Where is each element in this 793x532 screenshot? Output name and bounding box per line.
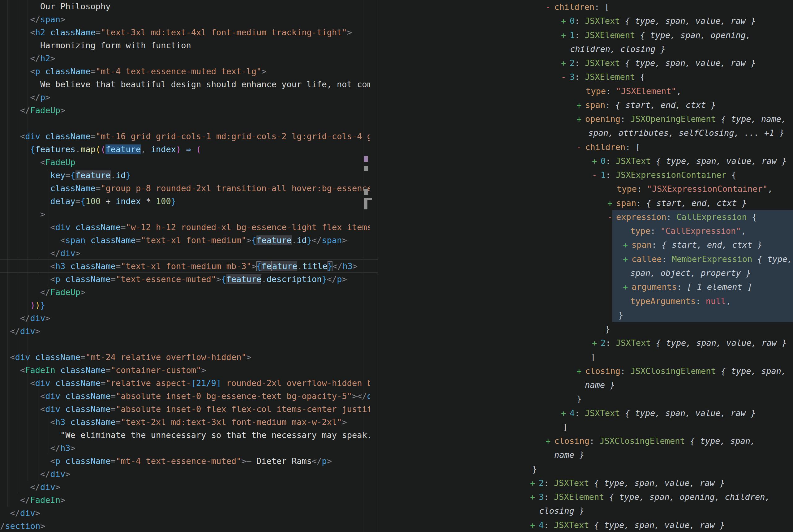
code-line[interactable]: <FadeIn className="container-custom"> [0,364,206,377]
ast-node-row[interactable]: +arguments: [ 1 element ] [379,280,752,294]
ast-node-row[interactable]: type: "CallExpression", [379,224,746,238]
ast-node-row[interactable]: span, object, property } [379,266,751,280]
code-line[interactable]: </FadeIn> [0,494,65,507]
code-line[interactable]: </h3> [0,442,75,455]
code-line[interactable]: <div className="relative aspect-[21/9] r… [0,377,370,390]
ast-node-row[interactable]: +3: JSXElement { type, span, opening, ch… [379,490,770,504]
ast-node-row[interactable]: +1: JSXElement { type, span, opening, [379,28,751,42]
code-line[interactable]: <h2 className="text-3xl md:text-4xl font… [0,26,352,39]
code-editor-pane[interactable]: Our Philosophy </span> <h2 className="te… [0,0,378,532]
code-line[interactable]: </span> [0,13,65,26]
code-line[interactable]: </div> [0,312,51,325]
code-line[interactable]: <h3 className="text-2xl md:text-3xl font… [0,416,347,429]
expand-toggle-icon[interactable]: + [623,252,632,266]
ast-node-row[interactable]: span, attributes, selfClosing, ... +1 } [379,126,784,140]
ast-node-row[interactable]: } [379,322,610,336]
code-line[interactable]: <div className="mt-24 relative overflow-… [0,351,251,364]
expand-toggle-icon[interactable]: + [607,196,616,210]
ast-tree-panel[interactable]: -children: [+0: JSXText { type, span, va… [379,0,793,532]
code-line[interactable]: Our Philosophy [0,0,111,13]
code-line-active[interactable]: <h3 className="text-xl font-medium mb-3"… [0,260,357,273]
ast-node-row[interactable]: +2: JSXText { type, span, value, raw } [379,476,724,490]
code-line[interactable]: key={feature.id} [0,169,131,182]
ast-node-row[interactable]: type: "JSXExpressionContainer", [379,182,773,196]
expand-toggle-icon[interactable]: + [577,98,585,112]
ast-node-row[interactable]: +span: { start, end, ctxt } [379,196,747,210]
ast-node-row[interactable]: +span: { start, end, ctxt } [379,238,762,252]
expand-toggle-icon[interactable]: + [530,518,539,532]
pane-divider[interactable] [378,0,378,532]
code-line[interactable]: "We eliminate the unnecessary so that th… [0,429,370,442]
expand-toggle-icon[interactable]: + [623,238,632,252]
ast-node-row[interactable]: typeArguments: null, [379,294,731,308]
expand-toggle-icon[interactable]: + [577,364,585,378]
code-line[interactable]: <FadeUp [0,156,75,169]
ast-node-row[interactable]: +0: JSXText { type, span, value, raw } [379,14,756,28]
ast-node-row[interactable]: +2: JSXText { type, span, value, raw } [379,336,787,350]
code-line[interactable]: </div> [0,325,40,338]
ast-node-row[interactable]: name } [379,378,615,392]
code-line[interactable]: <p className="mt-4 text-essence-muted">—… [0,455,332,468]
expand-toggle-icon[interactable]: + [546,434,554,448]
code-line[interactable]: </section> [0,520,45,532]
ast-node-row[interactable]: closing } [379,504,584,518]
expand-toggle-icon[interactable]: + [561,14,570,28]
code-line[interactable]: {features.map((feature, index) ⇒ ( [0,143,201,156]
ast-node-row[interactable]: type: "JSXElement", [379,84,681,98]
expand-toggle-icon[interactable]: + [530,476,539,490]
ast-node-row[interactable]: -3: JSXElement { [379,70,645,84]
code-line[interactable]: </FadeUp> [0,286,85,299]
code-line[interactable]: delay={100 + index * 100} [0,195,176,208]
code-line[interactable]: </div> [0,507,40,520]
code-line[interactable]: <p className="mt-4 text-essence-muted te… [0,65,267,78]
code-line[interactable]: className="group p-8 rounded-2xl transit… [0,182,370,195]
expand-toggle-icon[interactable]: + [561,406,570,420]
collapse-toggle-icon[interactable]: - [546,0,554,14]
ast-node-row[interactable]: } [379,308,623,322]
ast-node-row[interactable]: +callee: MemberExpression { type, [379,252,792,266]
code-line[interactable]: <span className="text-xl font-medium">{f… [0,234,347,247]
code-line[interactable]: </p> [0,91,51,104]
code-line[interactable]: > [0,208,45,221]
code-line[interactable]: </div> [0,247,80,260]
expand-toggle-icon[interactable]: + [530,490,539,504]
code-line[interactable]: <div className="absolute inset-0 flex fl… [0,403,370,416]
expand-toggle-icon[interactable]: + [577,112,585,126]
ast-node-row[interactable]: +4: JSXText { type, span, value, raw } [379,518,724,532]
ast-node-row[interactable]: -expression: CallExpression { [379,210,757,224]
code-line[interactable]: We believe that beautiful design should … [0,78,370,91]
code-line[interactable]: <div className="w-12 h-12 rounded-xl bg-… [0,221,370,234]
ast-node-row[interactable]: +closing: JSXClosingElement { type, span… [379,434,755,448]
ast-node-row[interactable]: } [379,462,537,476]
ast-node-row[interactable]: } [379,392,581,406]
code-line[interactable]: <div className="absolute inset-0 bg-esse… [0,390,370,403]
code-line[interactable]: <p className="text-essence-muted">{featu… [0,273,347,286]
code-line[interactable]: </div> [0,468,71,481]
ast-node-row[interactable]: name } [379,448,584,462]
ast-node-row[interactable]: +opening: JSXOpeningElement { type, name… [379,112,786,126]
collapse-toggle-icon[interactable]: - [592,168,601,182]
ast-node-row[interactable]: +4: JSXText { type, span, value, raw } [379,406,756,420]
expand-toggle-icon[interactable]: + [561,28,570,42]
collapse-toggle-icon[interactable]: - [561,70,570,84]
code-line[interactable]: </FadeUp> [0,104,65,117]
code-line[interactable]: </div> [0,481,60,494]
ast-node-row[interactable]: ] [379,420,567,434]
code-line[interactable]: ))} [0,299,45,312]
expand-toggle-icon[interactable]: + [592,154,601,168]
code-line[interactable]: Harmonizing form with function [0,39,191,52]
ast-node-row[interactable]: ] [379,350,595,364]
ast-node-row[interactable]: -1: JSXExpressionContainer { [379,168,736,182]
expand-toggle-icon[interactable]: + [561,56,570,70]
ast-node-row[interactable]: +closing: JSXClosingElement { type, span… [379,364,786,378]
ast-node-row[interactable]: -children: [ [379,140,640,154]
ast-node-row[interactable]: +0: JSXText { type, span, value, raw } [379,154,787,168]
collapse-toggle-icon[interactable]: - [577,140,585,154]
expand-toggle-icon[interactable]: + [592,336,601,350]
expand-toggle-icon[interactable]: + [623,280,632,294]
collapse-toggle-icon[interactable]: - [607,210,616,224]
ast-node-row[interactable]: +2: JSXText { type, span, value, raw } [379,56,756,70]
ast-node-row[interactable]: -children: [ [379,0,610,14]
code-line[interactable]: </h2> [0,52,55,65]
ast-node-row[interactable]: +span: { start, end, ctxt } [379,98,716,112]
